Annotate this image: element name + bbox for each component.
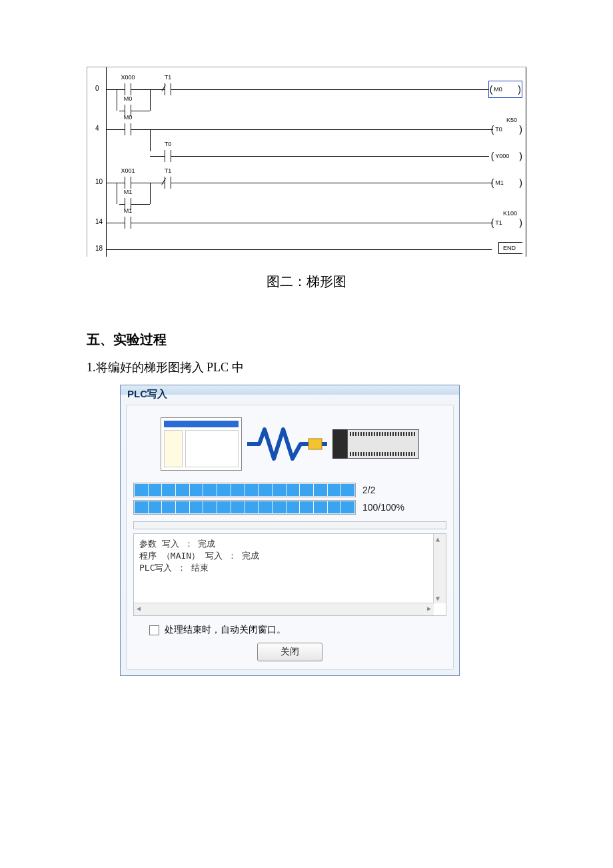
rung-number: 14 <box>95 218 103 225</box>
sub-progress-bar <box>133 521 446 529</box>
end-instruction: END <box>498 242 522 254</box>
log-line: 程序 （MAIN） 写入 ： 完成 <box>139 551 259 561</box>
log-line: 参数 写入 ： 完成 <box>139 539 215 549</box>
rung-number: 10 <box>95 178 103 185</box>
plc-write-dialog: PLC写入 2/2 100/100% <box>120 385 460 676</box>
coil-t1: (T1) <box>491 217 522 229</box>
contact-nc: T1 ∕ <box>159 177 177 189</box>
log-line: PLC写入 ： 结束 <box>139 563 209 573</box>
contact-no: M0 <box>119 123 137 135</box>
rung-number: 18 <box>95 245 103 252</box>
svg-rect-0 <box>308 439 322 449</box>
horizontal-scrollbar[interactable] <box>134 603 434 615</box>
progress-percent: 100/100% <box>362 502 404 513</box>
vertical-scrollbar[interactable] <box>433 534 446 603</box>
transfer-wave-icon <box>247 424 327 464</box>
timer-preset: K50 <box>506 117 517 123</box>
progress-bar-percent <box>133 500 356 515</box>
rung-number: 0 <box>95 85 99 92</box>
rung-number: 4 <box>95 125 99 132</box>
section-heading: 五、实验过程 <box>87 331 526 349</box>
close-button[interactable]: 关闭 <box>257 643 322 661</box>
coil-y000: (Y000) <box>491 150 522 162</box>
dialog-title: PLC写入 <box>121 385 459 405</box>
contact-no: T0 <box>159 150 177 162</box>
step-text: 1.将编好的梯形图拷入 PLC 中 <box>87 359 526 375</box>
contact-no: M1 <box>119 217 137 229</box>
coil-m0: (M0) <box>488 81 522 98</box>
coil-t0: (T0) <box>491 123 522 135</box>
progress-bar-items <box>133 483 356 497</box>
progress-items-count: 2/2 <box>362 485 375 495</box>
auto-close-label: 处理结束时，自动关闭窗口。 <box>165 624 286 636</box>
contact-nc: T1 ∕ <box>159 83 177 95</box>
plc-icon <box>332 429 419 459</box>
contact-no: X000 <box>119 83 137 95</box>
log-textarea[interactable]: 参数 写入 ： 完成 程序 （MAIN） 写入 ： 完成 PLC写入 ： 结束 <box>133 533 446 616</box>
ladder-diagram: 0 X000 T1 ∕ (M0) M0 <box>87 67 526 257</box>
coil-m1: (M1) <box>491 177 522 189</box>
contact-no: X001 <box>119 177 137 189</box>
figure-caption: 图二：梯形图 <box>87 273 526 291</box>
transfer-graphic <box>133 412 446 480</box>
timer-preset: K100 <box>503 210 517 217</box>
auto-close-checkbox[interactable] <box>149 625 159 635</box>
pc-icon <box>161 417 242 471</box>
